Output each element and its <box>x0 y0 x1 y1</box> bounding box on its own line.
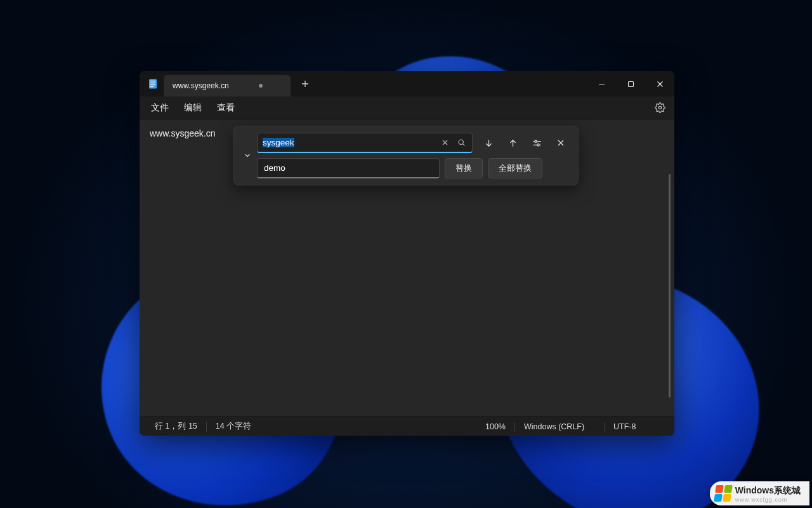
editor-content: www.sysgeek.cn <box>150 128 215 138</box>
search-field-wrap <box>257 133 473 153</box>
svg-point-9 <box>537 144 539 145</box>
status-line-ending[interactable]: Windows (CRLF) <box>515 417 604 436</box>
find-replace-panel: 替换 全部替换 <box>233 126 579 185</box>
svg-rect-0 <box>149 79 157 89</box>
vertical-scrollbar[interactable] <box>669 174 671 398</box>
titlebar[interactable]: www.sysgeek.cn <box>140 71 674 97</box>
menu-view[interactable]: 查看 <box>209 100 242 116</box>
clear-search-button[interactable] <box>436 135 453 151</box>
svg-point-6 <box>658 106 661 109</box>
watermark-logo-icon <box>714 485 733 502</box>
unsaved-indicator-icon <box>259 84 263 88</box>
svg-rect-1 <box>150 81 155 81</box>
search-options-button[interactable] <box>526 133 547 153</box>
search-nav-group <box>473 133 572 153</box>
editor-area[interactable]: www.sysgeek.cn <box>140 119 674 417</box>
notepad-window: www.sysgeek.cn 文件 编辑 查看 <box>140 71 674 436</box>
document-tab[interactable]: www.sysgeek.cn <box>164 75 291 97</box>
svg-rect-4 <box>150 86 154 87</box>
svg-rect-2 <box>150 83 155 83</box>
notepad-icon <box>147 78 159 90</box>
close-panel-button[interactable] <box>550 133 572 153</box>
find-previous-button[interactable] <box>502 133 523 153</box>
svg-point-7 <box>459 140 463 144</box>
status-cursor-position[interactable]: 行 1，列 15 <box>146 417 206 436</box>
svg-rect-5 <box>628 81 633 86</box>
maximize-button[interactable] <box>616 71 645 97</box>
tab-title: www.sysgeek.cn <box>173 81 229 90</box>
collapse-toggle-button[interactable] <box>238 145 257 166</box>
settings-button[interactable] <box>649 98 671 117</box>
close-button[interactable] <box>645 71 674 97</box>
search-input[interactable] <box>263 138 436 147</box>
new-tab-button[interactable] <box>294 74 316 93</box>
status-encoding[interactable]: UTF-8 <box>605 417 668 436</box>
find-next-button[interactable] <box>478 133 499 153</box>
replace-button[interactable]: 替换 <box>445 158 483 178</box>
svg-point-8 <box>534 140 536 142</box>
status-zoom[interactable]: 100% <box>476 417 514 436</box>
replace-input[interactable] <box>257 158 440 178</box>
watermark-subtext: www.wxclgg.com <box>735 497 801 503</box>
watermark-title: Windows系统城 <box>735 485 801 495</box>
menubar: 文件 编辑 查看 <box>140 97 674 119</box>
search-icon[interactable] <box>453 135 469 151</box>
menu-file[interactable]: 文件 <box>143 100 176 116</box>
window-controls <box>587 71 674 97</box>
svg-rect-3 <box>150 84 155 85</box>
menu-edit[interactable]: 编辑 <box>176 100 209 116</box>
statusbar: 行 1，列 15 14 个字符 100% Windows (CRLF) UTF-… <box>140 417 674 436</box>
watermark-badge: Windows系统城 www.wxclgg.com <box>710 481 809 505</box>
minimize-button[interactable] <box>587 71 616 97</box>
replace-all-button[interactable]: 全部替换 <box>488 158 542 178</box>
status-char-count: 14 个字符 <box>207 417 260 436</box>
